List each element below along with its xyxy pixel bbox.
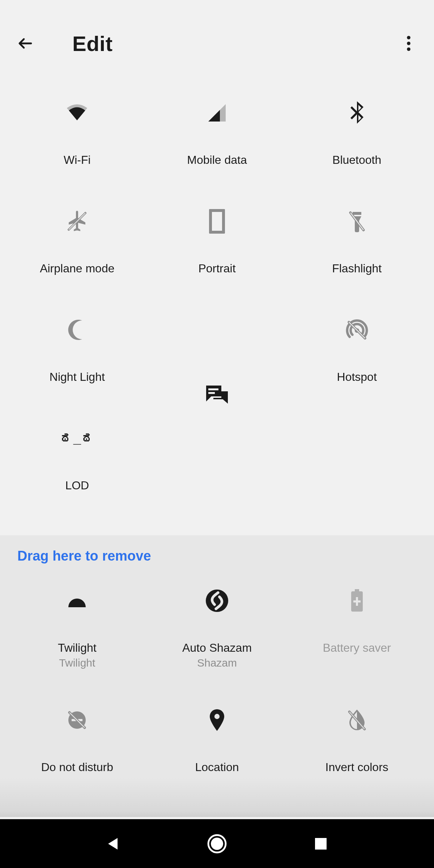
page-title: Edit — [72, 31, 113, 56]
airplane-off-icon — [65, 210, 89, 233]
svg-rect-5 — [210, 210, 224, 233]
tile-night-light[interactable]: Night Light — [7, 304, 147, 412]
svg-rect-18 — [353, 600, 361, 603]
battery-plus-icon — [345, 589, 369, 612]
svg-point-27 — [211, 838, 223, 850]
square-recents-icon — [314, 837, 327, 850]
tile-portrait[interactable]: Portrait — [147, 195, 287, 304]
nav-home-button[interactable] — [206, 833, 228, 855]
svg-rect-15 — [355, 589, 359, 591]
tile-invert-colors[interactable]: Invert colors — [287, 694, 427, 788]
wifi-icon — [65, 101, 89, 124]
lod-face-icon: ಠ_ಠ — [65, 427, 89, 450]
tile-hotspot[interactable]: Hotspot — [287, 304, 427, 412]
tile-label: Bluetooth — [332, 153, 381, 167]
cellular-icon — [205, 101, 229, 124]
portrait-icon — [205, 210, 229, 233]
tile-label: LOD — [65, 479, 89, 492]
shazam-icon — [205, 589, 229, 612]
invert-colors-off-icon — [345, 709, 369, 732]
dnd-off-icon — [65, 709, 89, 732]
tile-label: Do not disturb — [41, 761, 113, 774]
tile-label: Airplane mode — [40, 262, 114, 275]
tile-label: Flashlight — [332, 262, 382, 275]
circle-home-icon — [207, 834, 227, 854]
tile-label: Night Light — [50, 370, 105, 384]
nav-back-button[interactable] — [102, 833, 124, 855]
triangle-back-icon — [106, 837, 120, 851]
svg-point-2 — [407, 47, 410, 51]
removed-tiles-grid: Twilight Twilight Auto Shazam Shazam — [0, 567, 434, 803]
remove-zone[interactable]: Drag here to remove Twilight Twilight — [0, 535, 434, 817]
tile-location[interactable]: Location — [147, 694, 287, 788]
hotspot-off-icon — [345, 318, 369, 341]
svg-point-1 — [407, 42, 410, 45]
tile-airplane-mode[interactable]: Airplane mode — [7, 195, 147, 304]
remove-hint: Drag here to remove — [0, 548, 434, 567]
bluetooth-icon — [345, 101, 369, 124]
svg-rect-6 — [353, 212, 361, 215]
arrow-left-icon — [17, 35, 34, 52]
nav-recents-button[interactable] — [310, 833, 332, 855]
more-button[interactable] — [398, 33, 420, 54]
tile-lod[interactable]: ಠ_ಠ LOD — [7, 412, 147, 521]
tile-label: Auto Shazam — [182, 641, 252, 655]
svg-point-23 — [214, 714, 220, 719]
tile-label: Hotspot — [337, 370, 377, 384]
tile-do-not-disturb[interactable]: Do not disturb — [7, 694, 147, 788]
tile-bluetooth[interactable]: Bluetooth — [287, 87, 427, 195]
tile-label: Mobile data — [187, 153, 247, 167]
chat-icon — [204, 383, 230, 409]
flashlight-off-icon — [345, 210, 369, 233]
tile-sublabel: Twilight — [59, 657, 95, 669]
tile-flashlight[interactable]: Flashlight — [287, 195, 427, 304]
tile-wifi[interactable]: Wi-Fi — [7, 87, 147, 195]
svg-rect-13 — [208, 392, 215, 394]
tile-battery-saver[interactable]: Battery saver — [287, 575, 427, 694]
more-vert-icon — [407, 35, 411, 52]
tile-chat-dragging[interactable] — [204, 383, 230, 409]
back-button[interactable] — [14, 33, 36, 54]
system-nav-bar — [0, 819, 434, 868]
tile-auto-shazam[interactable]: Auto Shazam Shazam — [147, 575, 287, 694]
svg-point-0 — [407, 36, 410, 39]
svg-rect-28 — [315, 838, 327, 850]
tile-twilight[interactable]: Twilight Twilight — [7, 575, 147, 694]
twilight-icon — [65, 589, 89, 612]
tile-mobile-data[interactable]: Mobile data — [147, 87, 287, 195]
active-tiles-grid: Wi-Fi Mobile data Bluetooth — [0, 87, 434, 535]
tile-label: Twilight — [58, 641, 97, 655]
app-bar: Edit — [0, 0, 434, 87]
tile-sublabel: Shazam — [197, 657, 237, 669]
svg-rect-12 — [208, 388, 218, 390]
tile-label: Location — [195, 761, 239, 774]
tile-label: Invert colors — [326, 761, 388, 774]
tile-label: Wi-Fi — [64, 153, 91, 167]
tile-label: Battery saver — [323, 641, 391, 655]
tile-label: Portrait — [198, 262, 235, 275]
location-pin-icon — [205, 709, 229, 732]
moon-icon — [65, 318, 89, 341]
